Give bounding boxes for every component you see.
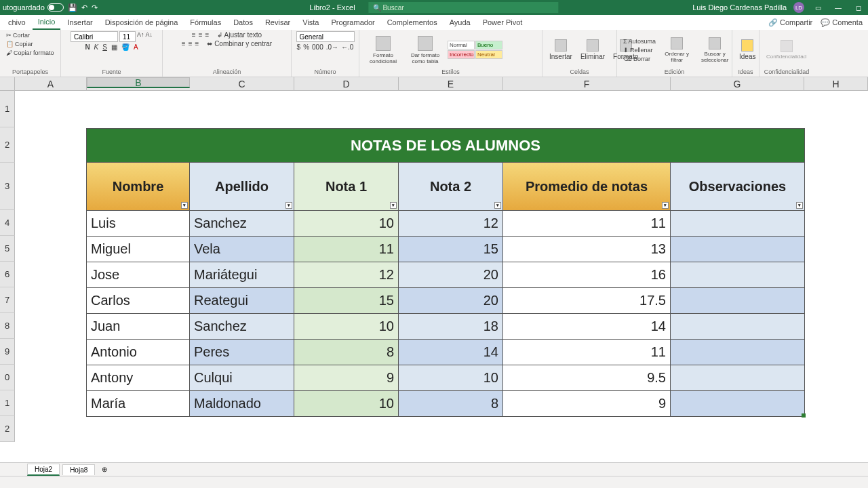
table-cell[interactable]: Luis <box>87 210 190 236</box>
table-header-cell[interactable]: Nota 2▾ <box>399 163 503 210</box>
table-cell[interactable] <box>671 390 804 416</box>
row-header[interactable]: 2 <box>0 127 15 163</box>
share-button[interactable]: 🔗 Compartir <box>768 18 812 27</box>
dec-decimal-icon[interactable]: ←.0 <box>341 43 353 51</box>
menu-tab-revisar[interactable]: Revisar <box>260 16 296 29</box>
fill-button[interactable]: ⬇ Rellenar <box>621 46 658 54</box>
search-input[interactable]: 🔍 Buscar <box>369 2 559 13</box>
row-header[interactable]: 5 <box>0 236 15 262</box>
menu-tab-chivo[interactable]: chivo <box>3 16 31 29</box>
table-cell[interactable]: 13 <box>503 236 671 262</box>
merge-button[interactable]: ⬌ Combinar y centrar <box>207 40 272 47</box>
sheet-tab-hoja2[interactable]: Hoja2 <box>27 464 60 476</box>
font-color-button[interactable]: A <box>134 43 138 51</box>
table-header-cell[interactable]: Apellido▾ <box>190 163 294 210</box>
table-cell[interactable]: 14 <box>399 339 503 365</box>
table-cell[interactable]: Antony <box>87 365 190 390</box>
table-cell[interactable]: 8 <box>294 339 399 365</box>
table-cell[interactable]: Carlos <box>87 287 190 313</box>
comment-button[interactable]: 💬 Comenta <box>821 18 863 27</box>
maximize-icon[interactable]: ◻ <box>852 2 865 13</box>
table-cell[interactable]: Miguel <box>87 236 190 262</box>
select-all-corner[interactable] <box>0 77 15 90</box>
align-top-icon[interactable]: ≡ <box>192 31 196 39</box>
align-left-icon[interactable]: ≡ <box>182 40 186 47</box>
column-header-A[interactable]: A <box>15 77 87 90</box>
table-cell[interactable]: 11 <box>294 236 399 262</box>
table-cell[interactable]: 16 <box>503 262 671 287</box>
row-header[interactable]: 1 <box>0 390 15 416</box>
filter-dropdown-icon[interactable]: ▾ <box>494 202 501 209</box>
format-painter-button[interactable]: 🖌 Copiar formato <box>4 49 56 57</box>
column-header-D[interactable]: D <box>294 77 399 90</box>
table-cell[interactable]: 20 <box>399 262 503 287</box>
table-cell[interactable]: Reategui <box>190 287 294 313</box>
sheet-tab-hoja8[interactable]: Hoja8 <box>62 464 95 475</box>
sort-filter-button[interactable]: Ordenar y filtrar <box>660 36 693 64</box>
table-cell[interactable]: 12 <box>399 210 503 236</box>
table-cell[interactable]: 10 <box>399 365 503 390</box>
table-cell[interactable]: Juan <box>87 313 190 339</box>
table-cell[interactable]: Vela <box>190 236 294 262</box>
autosum-button[interactable]: Σ Autosuma <box>621 37 658 45</box>
table-cell[interactable]: 10 <box>294 390 399 416</box>
bold-button[interactable]: N <box>85 43 90 51</box>
format-as-table-button[interactable]: Dar formato como tabla <box>406 35 445 66</box>
column-header-C[interactable]: C <box>190 77 294 90</box>
increase-font-icon[interactable]: A↑ <box>137 31 144 42</box>
table-cell[interactable]: 14 <box>503 313 671 339</box>
row-header[interactable]: 9 <box>0 339 15 365</box>
clear-button[interactable]: ⌫ Borrar <box>621 55 658 63</box>
table-cell[interactable] <box>671 236 804 262</box>
user-name[interactable]: Luis Diego Cardenas Padilla <box>692 3 787 12</box>
insert-cells-button[interactable]: Insertar <box>547 38 575 62</box>
table-cell[interactable]: 20 <box>399 287 503 313</box>
table-cell[interactable]: 9.5 <box>503 365 671 390</box>
decrease-font-icon[interactable]: A↓ <box>146 31 153 42</box>
table-cell[interactable]: 9 <box>294 365 399 390</box>
table-cell[interactable]: 11 <box>503 210 671 236</box>
table-cell[interactable]: Maldonado <box>190 390 294 416</box>
row-header[interactable]: 8 <box>0 313 15 339</box>
table-cell[interactable]: Jose <box>87 262 190 287</box>
table-cell[interactable] <box>671 287 804 313</box>
table-cell[interactable] <box>671 365 804 390</box>
menu-tab-power-pivot[interactable]: Power Pivot <box>477 16 528 29</box>
align-mid-icon[interactable]: ≡ <box>199 31 203 39</box>
table-cell[interactable]: 17.5 <box>503 287 671 313</box>
menu-tab-complementos[interactable]: Complementos <box>382 16 443 29</box>
table-header-cell[interactable]: Nota 1▾ <box>294 163 399 210</box>
filter-dropdown-icon[interactable]: ▾ <box>285 202 292 209</box>
align-right-icon[interactable]: ≡ <box>195 40 199 47</box>
row-header[interactable]: 6 <box>0 262 15 287</box>
filter-dropdown-icon[interactable]: ▾ <box>181 202 188 209</box>
menu-tab-ayuda[interactable]: Ayuda <box>444 16 476 29</box>
table-cell[interactable]: 12 <box>294 262 399 287</box>
table-cell[interactable]: 15 <box>294 287 399 313</box>
table-cell[interactable] <box>671 339 804 365</box>
menu-tab-vista[interactable]: Vista <box>297 16 324 29</box>
inc-decimal-icon[interactable]: .0→ <box>326 43 338 51</box>
spreadsheet-grid[interactable]: 123456789012 NOTAS DE LOS ALUMNOS Nombre… <box>0 91 868 457</box>
ideas-button[interactable]: Ideas <box>736 38 758 62</box>
avatar[interactable]: LD <box>793 2 804 13</box>
delete-cells-button[interactable]: Eliminar <box>578 38 608 62</box>
minimize-icon[interactable]: — <box>831 2 845 13</box>
table-cell[interactable]: Antonio <box>87 339 190 365</box>
table-cell[interactable]: 8 <box>399 390 503 416</box>
menu-tab-insertar[interactable]: Insertar <box>62 16 98 29</box>
align-center-icon[interactable]: ≡ <box>189 40 193 47</box>
table-header-cell[interactable]: Nombre▾ <box>87 163 190 210</box>
table-cell[interactable] <box>671 313 804 339</box>
row-header[interactable]: 1 <box>0 91 15 127</box>
table-cell[interactable]: Sanchez <box>190 313 294 339</box>
cut-button[interactable]: ✂ Cortar <box>4 31 32 39</box>
table-cell[interactable]: Peres <box>190 339 294 365</box>
font-size-select[interactable] <box>119 31 136 42</box>
table-cell[interactable]: Sanchez <box>190 210 294 236</box>
underline-button[interactable]: S <box>102 43 107 51</box>
wrap-text-button[interactable]: ↲ Ajustar texto <box>217 31 262 39</box>
border-button[interactable]: ▦ <box>111 43 117 51</box>
table-cell[interactable]: 10 <box>294 210 399 236</box>
confidentiality-button[interactable]: Confidencialidad <box>764 39 809 61</box>
